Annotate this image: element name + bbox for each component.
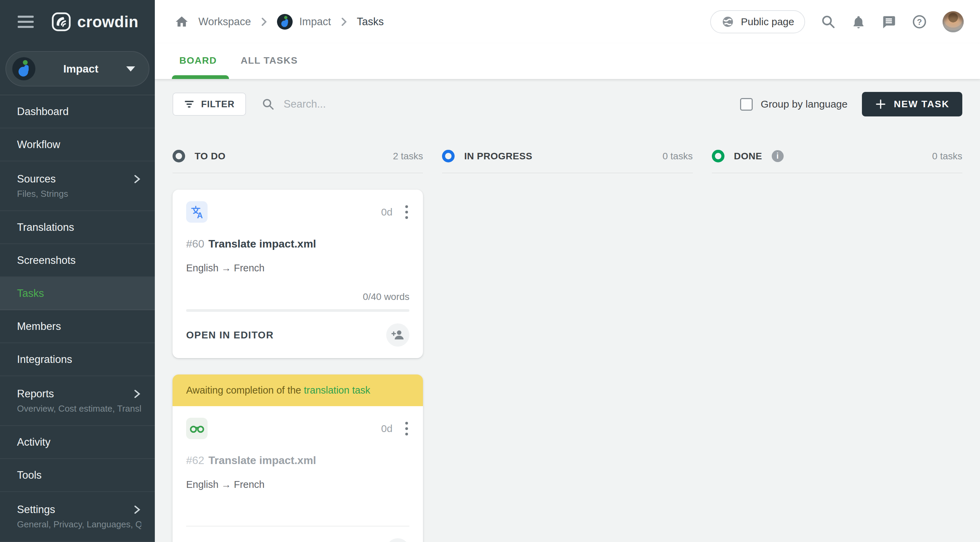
group-by-language-label: Group by language (761, 99, 848, 110)
sidebar-item-reports[interactable]: Reports Overview, Cost estimate, Transl… (0, 376, 155, 426)
group-by-language-checkbox[interactable] (740, 98, 753, 111)
breadcrumb: Workspace Impact Tasks (175, 14, 384, 30)
task-card-60[interactable]: A 0d #60Translate impact.xml English → F (172, 190, 423, 358)
in-progress-task-count: 0 tasks (662, 151, 693, 162)
sidebar-item-screenshots[interactable]: Screenshots (0, 244, 155, 277)
user-avatar[interactable] (943, 11, 964, 32)
new-task-button[interactable]: NEW TASK (862, 92, 962, 116)
kebab-menu-icon[interactable] (404, 421, 409, 437)
sidebar: crowdin Impact Dashboard Workflow Source… (0, 0, 155, 542)
search-icon[interactable] (821, 14, 836, 29)
crowdin-logo-text: crowdin (77, 13, 138, 31)
crowdin-logo-icon (51, 12, 71, 32)
filter-button[interactable]: FILTER (172, 92, 246, 116)
column-done-header: DONE i 0 tasks (712, 150, 962, 173)
in-progress-status-icon (442, 150, 455, 163)
svg-text:A: A (197, 211, 202, 220)
open-in-editor-button[interactable]: OPEN IN EDITOR (186, 330, 274, 341)
done-task-count: 0 tasks (932, 151, 962, 162)
board-columns: TO DO 2 tasks (172, 150, 962, 542)
home-icon[interactable] (175, 14, 189, 29)
main-area: Workspace Impact Tasks Public (155, 0, 980, 542)
search-input[interactable] (283, 98, 488, 110)
search-icon (262, 98, 275, 111)
kebab-menu-icon[interactable] (404, 204, 409, 220)
project-avatar-small (277, 14, 293, 30)
plus-icon (875, 99, 886, 110)
task-word-progress: 0/40 words (186, 292, 409, 304)
project-selector[interactable]: Impact (5, 51, 150, 86)
breadcrumb-project[interactable]: Impact (277, 14, 331, 30)
sidebar-item-tools[interactable]: Tools (0, 459, 155, 492)
sidebar-item-workflow[interactable]: Workflow (0, 128, 155, 161)
tasks-board: FILTER Group by language NEW TASK TO DO (155, 79, 980, 542)
task-title: #62Translate impact.xml (186, 454, 409, 467)
tab-all-tasks[interactable]: ALL TASKS (240, 55, 298, 79)
card-divider (186, 526, 409, 527)
breadcrumb-tasks: Tasks (357, 16, 384, 28)
search-box (262, 98, 740, 111)
sidebar-item-settings[interactable]: Settings General, Privacy, Languages, Q… (0, 492, 155, 542)
sidebar-item-tasks[interactable]: Tasks (0, 277, 155, 310)
done-status-icon (712, 150, 724, 163)
awaiting-banner: Awaiting completion of the translation t… (172, 375, 423, 406)
group-by-language-toggle[interactable]: Group by language (740, 98, 848, 111)
column-done: DONE i 0 tasks (712, 150, 962, 173)
task-duration: 0d (381, 423, 392, 434)
chevron-right-icon (133, 389, 141, 399)
filter-icon (184, 99, 194, 109)
tabs-bar: BOARD ALL TASKS (155, 43, 980, 79)
translation-task-link[interactable]: translation task (304, 385, 370, 395)
chevron-right-icon (261, 17, 267, 27)
sidebar-item-sources[interactable]: Sources Files, Strings (0, 161, 155, 211)
column-to-do: TO DO 2 tasks (172, 150, 423, 542)
svg-text:?: ? (917, 18, 922, 27)
board-toolbar: FILTER Group by language NEW TASK (172, 92, 962, 116)
task-word-progress-empty (186, 508, 409, 521)
task-language-pair: English → French (186, 263, 409, 274)
sidebar-item-members[interactable]: Members (0, 310, 155, 343)
column-in-progress: IN PROGRESS 0 tasks (442, 150, 692, 173)
task-title: #60Translate impact.xml (186, 238, 409, 250)
sidebar-top: crowdin (0, 0, 155, 43)
sidebar-item-translations[interactable]: Translations (0, 211, 155, 244)
messages-icon[interactable] (881, 14, 896, 29)
chevron-down-icon (126, 66, 135, 72)
help-icon[interactable]: ? (912, 14, 927, 29)
top-header: Workspace Impact Tasks Public (155, 0, 980, 43)
proofread-icon (186, 418, 208, 439)
translate-icon: A (186, 201, 208, 223)
info-icon[interactable]: i (772, 150, 784, 162)
chevron-right-icon (133, 174, 141, 185)
notifications-bell-icon[interactable] (851, 14, 865, 29)
task-language-pair: English → French (186, 479, 409, 490)
sidebar-nav: Dashboard Workflow Sources Files, String… (0, 95, 155, 542)
crowdin-logo[interactable]: crowdin (51, 12, 138, 32)
column-in-progress-header: IN PROGRESS 0 tasks (442, 150, 692, 173)
chevron-right-icon (133, 504, 141, 515)
project-selector-label: Impact (35, 63, 126, 75)
breadcrumb-workspace[interactable]: Workspace (198, 16, 251, 28)
task-progress-bar (186, 309, 409, 312)
chevron-right-icon (340, 17, 347, 27)
sidebar-item-activity[interactable]: Activity (0, 426, 155, 459)
column-to-do-header: TO DO 2 tasks (172, 150, 423, 173)
person-add-icon (391, 329, 404, 341)
project-avatar (12, 57, 35, 80)
tab-board[interactable]: BOARD (179, 55, 217, 79)
todo-status-icon (172, 150, 185, 163)
public-page-button[interactable]: Public page (710, 10, 805, 33)
sidebar-item-integrations[interactable]: Integrations (0, 343, 155, 376)
hamburger-menu-icon[interactable] (18, 16, 34, 28)
add-assignee-button[interactable] (386, 324, 409, 347)
task-duration: 0d (381, 206, 392, 218)
todo-task-count: 2 tasks (393, 151, 423, 162)
task-card-62[interactable]: Awaiting completion of the translation t… (172, 375, 423, 542)
sidebar-item-dashboard[interactable]: Dashboard (0, 95, 155, 128)
globe-icon (721, 15, 735, 29)
header-actions: Public page ? (710, 10, 964, 33)
add-assignee-button[interactable] (386, 538, 409, 542)
